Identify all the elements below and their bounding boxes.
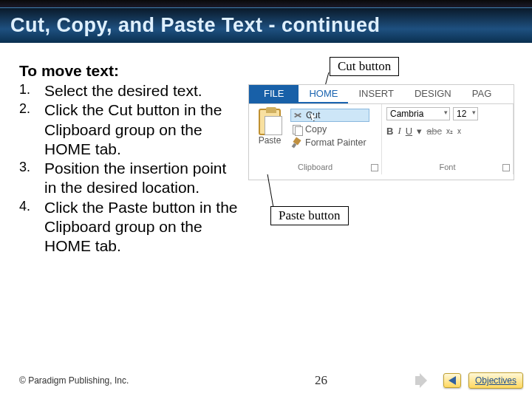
cut-button[interactable]: Cut bbox=[290, 109, 369, 122]
footer: © Paradigm Publishing, Inc. 26 Objective… bbox=[0, 368, 532, 393]
dialog-launcher-icon[interactable] bbox=[371, 164, 378, 171]
step-item: Click the Cut button in the Clipboard gr… bbox=[19, 100, 239, 159]
tab-insert[interactable]: INSERT bbox=[348, 85, 403, 103]
tab-home[interactable]: HOME bbox=[299, 85, 348, 103]
step-item: Click the Paste button in the Clipboard … bbox=[19, 198, 239, 256]
scissors-icon bbox=[293, 110, 303, 120]
page-number: 26 bbox=[315, 373, 327, 388]
tab-file[interactable]: FILE bbox=[249, 85, 299, 103]
illustration-column: Cut button FILE HOME INSERT DESIGN PAG P… bbox=[248, 62, 522, 338]
ribbon-tabs: FILE HOME INSERT DESIGN PAG bbox=[249, 85, 514, 104]
strike-button[interactable]: abc bbox=[426, 126, 442, 137]
copy-button[interactable]: Copy bbox=[290, 123, 369, 135]
brush-icon bbox=[292, 137, 302, 148]
prev-button[interactable] bbox=[443, 373, 461, 388]
steps-list: Select the desired text. Click the Cut b… bbox=[19, 81, 239, 256]
clipboard-group: Paste Cut Copy bbox=[249, 104, 382, 174]
underline-button[interactable]: U bbox=[406, 126, 412, 137]
copyright: © Paradigm Publishing, Inc. bbox=[19, 375, 226, 386]
bold-button[interactable]: B bbox=[386, 126, 393, 137]
superscript-button[interactable]: x bbox=[457, 127, 461, 135]
paste-button[interactable]: Paste bbox=[253, 107, 286, 146]
word-ribbon: FILE HOME INSERT DESIGN PAG Paste bbox=[248, 84, 514, 180]
arrow-left-icon bbox=[449, 376, 456, 385]
step-item: Select the desired text. bbox=[19, 81, 239, 100]
content-area: To move text: Select the desired text. C… bbox=[0, 43, 532, 338]
top-strip bbox=[0, 0, 532, 7]
paste-label: Paste bbox=[253, 135, 286, 146]
copy-label: Copy bbox=[305, 124, 327, 134]
title-bar: Cut, Copy, and Paste Text - continued bbox=[0, 7, 532, 43]
tab-design[interactable]: DESIGN bbox=[404, 85, 462, 103]
font-size-value: 12 bbox=[457, 109, 466, 119]
font-name-select[interactable]: Cambria bbox=[386, 107, 450, 120]
font-size-select[interactable]: 12 bbox=[453, 107, 478, 120]
instructions-heading: To move text: bbox=[19, 62, 239, 80]
paste-icon bbox=[259, 109, 281, 135]
dash: ▾ bbox=[417, 126, 422, 137]
objectives-label: Objectives bbox=[475, 375, 516, 386]
tab-pag[interactable]: PAG bbox=[462, 85, 502, 103]
speaker-icon[interactable] bbox=[414, 370, 436, 391]
font-name-value: Cambria bbox=[390, 109, 423, 119]
copy-icon bbox=[292, 124, 302, 134]
dialog-launcher-icon[interactable] bbox=[502, 164, 510, 171]
ribbon-body: Paste Cut Copy bbox=[249, 104, 514, 174]
subscript-button[interactable]: x₂ bbox=[446, 127, 453, 135]
font-group-label: Font bbox=[386, 163, 508, 173]
format-painter-button[interactable]: Format Painter bbox=[290, 137, 369, 149]
italic-button[interactable]: I bbox=[398, 125, 400, 137]
instructions-column: To move text: Select the desired text. C… bbox=[19, 62, 248, 338]
step-item: Position the insertion point in the desi… bbox=[19, 159, 239, 198]
format-painter-label: Format Painter bbox=[305, 137, 366, 148]
objectives-button[interactable]: Objectives bbox=[468, 372, 523, 389]
paste-callout: Paste button bbox=[270, 206, 349, 225]
slide-title: Cut, Copy, and Paste Text - continued bbox=[10, 14, 381, 37]
font-group: Cambria 12 B I U ▾ abc x₂ x bbox=[382, 104, 514, 174]
clipboard-group-label: Clipboard bbox=[253, 163, 377, 173]
